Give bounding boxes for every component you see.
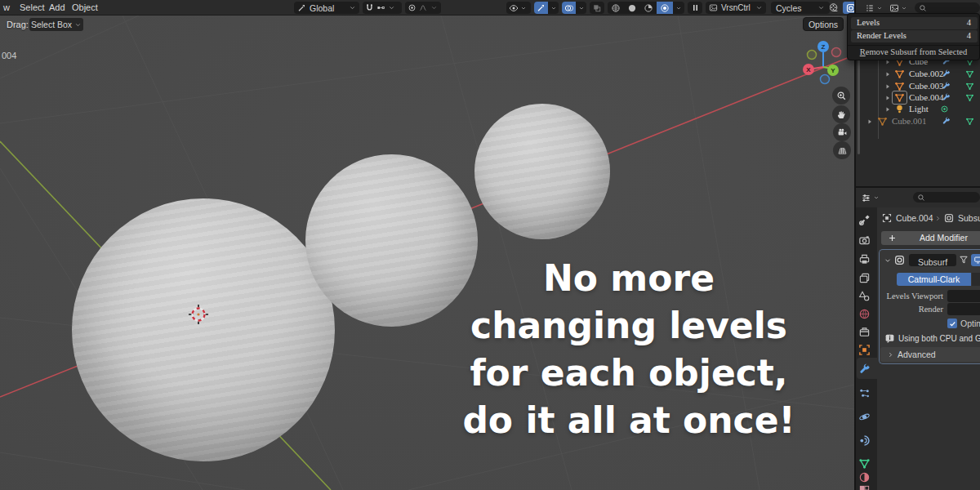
properties-search-input[interactable] (913, 192, 980, 203)
blender-window: 004 No more changing levels for each obj… (0, 0, 980, 490)
modifier-name-field[interactable]: Subsurf (909, 254, 956, 266)
chevron-right-icon (934, 215, 942, 222)
sphere-large[interactable] (72, 198, 335, 461)
tab-material[interactable] (858, 471, 871, 483)
orientation-dropdown[interactable]: Global (294, 2, 359, 14)
modifier-wrench-icon[interactable] (942, 69, 951, 78)
modifier-wrench-icon[interactable] (942, 93, 951, 102)
shading-options-dropdown[interactable] (673, 2, 684, 14)
shading-material-button[interactable] (640, 2, 657, 14)
outliner-row-cube002[interactable]: Cube.002 (854, 68, 980, 80)
properties-icon (861, 193, 871, 203)
expand-arrow-icon[interactable] (884, 83, 891, 90)
subdivision-type-catmull-button[interactable]: Catmull-Clark (897, 273, 971, 286)
navigation-gizmo[interactable]: Z X Y (799, 39, 851, 88)
tab-view-layer[interactable] (858, 272, 871, 284)
tab-object-data[interactable] (858, 457, 871, 470)
mesh-data-icon[interactable] (965, 117, 974, 126)
menu-object[interactable]: Object (72, 2, 98, 12)
panel-collapse-icon[interactable] (884, 256, 892, 265)
shading-solid-button[interactable] (624, 2, 640, 14)
levels-slider[interactable]: Levels 4 (851, 17, 978, 29)
expand-arrow-icon[interactable] (884, 95, 891, 101)
modifier-wrench-icon[interactable] (942, 117, 951, 126)
render-engine-dropdown[interactable]: Cycles (771, 2, 830, 14)
mesh-data-icon[interactable] (965, 69, 974, 78)
object-name: Cube.002 (909, 69, 943, 78)
tab-object[interactable] (858, 344, 871, 356)
subdivision-type-simple-button[interactable] (972, 273, 980, 286)
chevron-right-icon (887, 351, 894, 359)
active-tool-dropdown[interactable]: Select Box (29, 18, 83, 31)
pause-button[interactable] (688, 2, 702, 14)
options-button[interactable]: Options (803, 17, 844, 31)
outliner-row-cube001[interactable]: Cube.001 (854, 115, 980, 127)
levels-viewport-field[interactable] (947, 290, 980, 302)
version-control-dropdown[interactable]: VrsnCtrl (706, 2, 766, 14)
tab-particles[interactable] (858, 387, 871, 399)
levels-viewport-label: Levels Viewport (880, 292, 943, 301)
orientation-icon (297, 3, 306, 12)
render-levels-label: Render Levels (857, 31, 906, 40)
overlays-toggle[interactable] (562, 2, 586, 14)
proportional-edit-controls[interactable] (405, 2, 441, 14)
mesh-data-icon[interactable] (965, 93, 974, 102)
outliner-editor-type-dropdown[interactable] (865, 2, 886, 14)
object-name: Cube.004 (909, 92, 943, 102)
render-field[interactable] (947, 303, 980, 315)
tab-physics[interactable] (858, 411, 871, 423)
tab-scene[interactable] (858, 290, 871, 302)
tab-collection[interactable] (858, 326, 871, 338)
tab-constraints[interactable] (858, 434, 871, 447)
tab-output[interactable] (858, 253, 871, 265)
add-modifier-button[interactable]: Add Modifier (881, 231, 980, 245)
move-view-button[interactable] (832, 105, 850, 123)
mesh-data-icon[interactable] (965, 82, 974, 91)
tab-texture[interactable] (858, 484, 871, 490)
visibility-filter-dropdown[interactable] (506, 2, 531, 14)
sphere-small[interactable] (474, 104, 610, 239)
modifier-wrench-icon[interactable] (942, 82, 951, 91)
modifier-name: Subsurf (918, 257, 947, 267)
outliner-row-light[interactable]: Light (854, 103, 980, 115)
expand-arrow-icon[interactable] (884, 71, 891, 78)
menu-select[interactable]: Select (20, 2, 45, 12)
zoom-button[interactable] (832, 87, 850, 105)
edit-mode-display-icon[interactable] (959, 255, 969, 265)
expand-arrow-icon[interactable] (866, 118, 873, 125)
menu-add[interactable]: Add (49, 2, 65, 12)
shading-wireframe-button[interactable] (608, 2, 624, 14)
realtime-display-toggle[interactable] (971, 254, 980, 266)
gizmo-x-label: X (806, 66, 811, 74)
properties-editor-type-dropdown[interactable] (861, 191, 884, 204)
snapping-controls[interactable] (363, 2, 402, 14)
outliner-display-mode-dropdown[interactable] (889, 2, 911, 14)
tab-modifiers-active[interactable] (858, 363, 871, 376)
mesh-object-icon (877, 116, 888, 127)
tab-world[interactable] (858, 308, 871, 320)
gizmos-toggle[interactable] (534, 2, 559, 14)
view-layer-icon (889, 3, 899, 13)
orthographic-toggle-button[interactable] (833, 141, 851, 159)
breadcrumb-modifier[interactable]: Subsurf (958, 213, 980, 223)
camera-view-button[interactable] (833, 123, 851, 141)
outliner-row-cube003[interactable]: Cube.003 (854, 80, 980, 92)
remove-subsurf-button[interactable]: Remove Subsurf from Selected (848, 47, 979, 56)
outliner-search-input[interactable] (915, 2, 980, 13)
breadcrumb-object[interactable]: Cube.004 (896, 213, 933, 223)
falloff-curve-icon (419, 3, 428, 12)
expand-arrow-icon[interactable] (884, 106, 891, 113)
outliner-row-cube004-active[interactable]: Cube.004 (854, 91, 980, 104)
render-label: Render (880, 305, 943, 314)
render-levels-slider[interactable]: Render Levels 4 (851, 30, 978, 42)
subsurf-modifier-icon (944, 213, 954, 223)
light-data-icon[interactable] (940, 105, 949, 114)
advanced-subpanel-header[interactable]: Advanced (880, 347, 980, 362)
shading-rendered-button[interactable] (657, 2, 673, 14)
xray-toggle[interactable] (590, 2, 604, 14)
viewport-3d[interactable]: 004 No more changing levels for each obj… (0, 16, 854, 490)
tab-tool[interactable] (858, 214, 871, 226)
optimal-display-checkbox[interactable] (947, 318, 957, 328)
tab-render[interactable] (858, 234, 871, 247)
menu-view[interactable]: w (3, 2, 10, 12)
